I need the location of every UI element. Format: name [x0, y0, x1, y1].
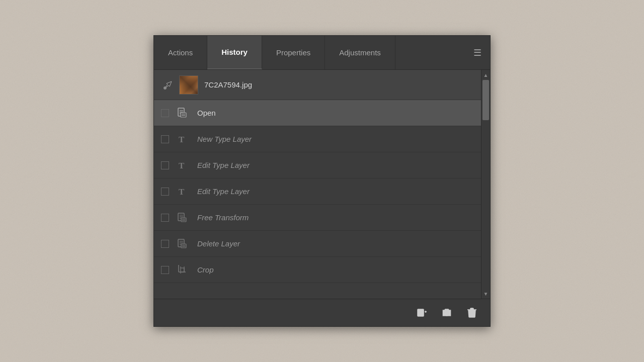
checkbox-open[interactable]: [161, 109, 169, 117]
scrollbar[interactable]: ▲ ▼: [481, 70, 490, 299]
svg-text:T: T: [179, 135, 185, 144]
item-label-crop: Crop: [197, 265, 214, 274]
item-label-open: Open: [197, 109, 216, 117]
delete-state-button[interactable]: [464, 305, 480, 321]
tab-history[interactable]: History: [207, 36, 262, 69]
history-item-edit-type-layer-1[interactable]: T Edit Type Layer: [154, 152, 481, 178]
checkbox-new-type-layer[interactable]: [161, 135, 169, 143]
history-item-crop[interactable]: Crop: [154, 257, 481, 283]
text-icon-new-type-layer: T: [175, 132, 189, 146]
history-brush-icon: [161, 78, 175, 92]
crop-icon: [175, 263, 189, 277]
svg-point-0: [164, 86, 167, 89]
item-label-edit-type-layer-2: Edit Type Layer: [197, 187, 250, 196]
svg-point-35: [446, 312, 448, 315]
tab-properties[interactable]: Properties: [262, 36, 325, 69]
history-list: 7C2A7594.jpg: [154, 70, 481, 299]
bottom-toolbar: [154, 299, 490, 326]
history-panel: Actions History Properties Adjustments ☰…: [153, 35, 491, 327]
svg-rect-31: [418, 309, 424, 316]
checkbox-edit-type-layer-1[interactable]: [161, 161, 169, 169]
checkbox-crop[interactable]: [161, 266, 169, 274]
file-thumbnail: [179, 75, 198, 95]
history-item-open[interactable]: Open: [154, 100, 481, 126]
file-header: 7C2A7594.jpg: [154, 70, 481, 100]
history-item-delete-layer[interactable]: Delete Layer: [154, 231, 481, 257]
tab-bar: Actions History Properties Adjustments ☰: [154, 36, 490, 70]
document-icon-delete-layer: [175, 237, 189, 251]
svg-rect-15: [181, 218, 186, 222]
checkbox-edit-type-layer-2[interactable]: [161, 188, 169, 196]
scroll-track: [481, 80, 490, 289]
document-icon-open: [175, 106, 189, 120]
panel-content: 7C2A7594.jpg: [154, 70, 490, 299]
checkbox-free-transform[interactable]: [161, 214, 169, 222]
item-label-free-transform: Free Transform: [197, 213, 249, 222]
svg-rect-5: [181, 113, 186, 117]
document-icon-free-transform: [175, 211, 189, 225]
file-name: 7C2A7594.jpg: [204, 80, 252, 89]
panel-menu-icon[interactable]: ☰: [465, 36, 490, 69]
checkbox-delete-layer[interactable]: [161, 240, 169, 248]
svg-rect-22: [181, 244, 186, 248]
new-document-from-state-button[interactable]: [414, 305, 430, 321]
svg-text:T: T: [179, 187, 185, 197]
text-icon-edit-type-layer-1: T: [175, 158, 189, 172]
tab-adjustments[interactable]: Adjustments: [325, 36, 395, 69]
history-item-edit-type-layer-2[interactable]: T Edit Type Layer: [154, 178, 481, 205]
history-items-list: Open T New Type Layer: [154, 100, 481, 299]
scroll-down-arrow[interactable]: ▼: [481, 289, 490, 299]
history-item-new-type-layer[interactable]: T New Type Layer: [154, 126, 481, 152]
tab-spacer: [395, 36, 465, 69]
scroll-thumb[interactable]: [482, 80, 489, 120]
scroll-up-arrow[interactable]: ▲: [481, 70, 490, 80]
tab-actions[interactable]: Actions: [154, 36, 207, 69]
item-label-new-type-layer: New Type Layer: [197, 135, 252, 143]
create-snapshot-button[interactable]: [439, 305, 455, 321]
text-icon-edit-type-layer-2: T: [175, 185, 189, 199]
svg-rect-30: [181, 268, 184, 272]
item-label-delete-layer: Delete Layer: [197, 239, 240, 248]
svg-text:T: T: [179, 161, 185, 170]
history-item-free-transform[interactable]: Free Transform: [154, 205, 481, 231]
item-label-edit-type-layer-1: Edit Type Layer: [197, 161, 250, 169]
